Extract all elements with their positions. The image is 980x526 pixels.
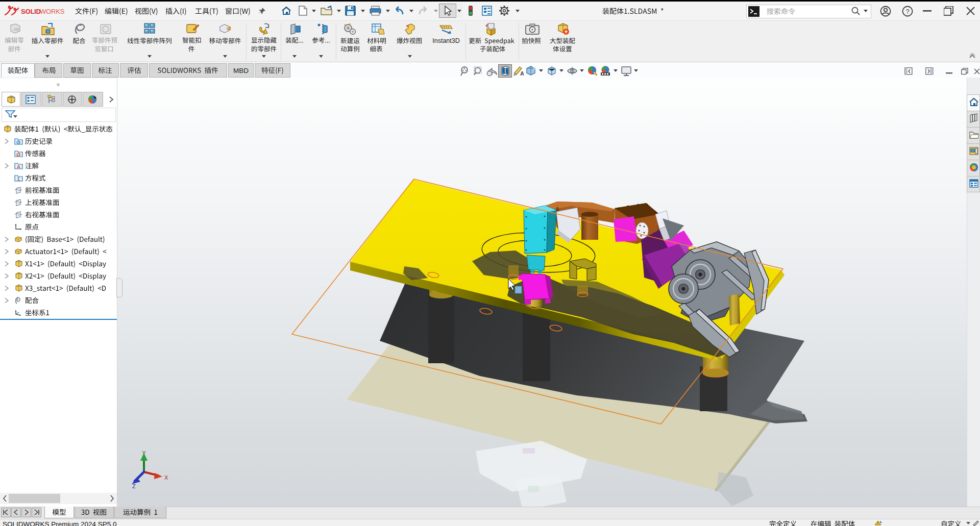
- svg-text:X: X: [164, 474, 168, 481]
- svg-text:?: ?: [905, 8, 909, 15]
- svg-text:Z: Z: [132, 483, 136, 489]
- svg-text:Y: Y: [142, 450, 146, 456]
- svg-text:A: A: [17, 164, 20, 169]
- svg-text:SOLID: SOLID: [21, 8, 41, 15]
- svg-text:WORKS: WORKS: [40, 8, 65, 15]
- svg-text:Σ: Σ: [17, 177, 20, 182]
- svg-text:A: A: [520, 70, 524, 77]
